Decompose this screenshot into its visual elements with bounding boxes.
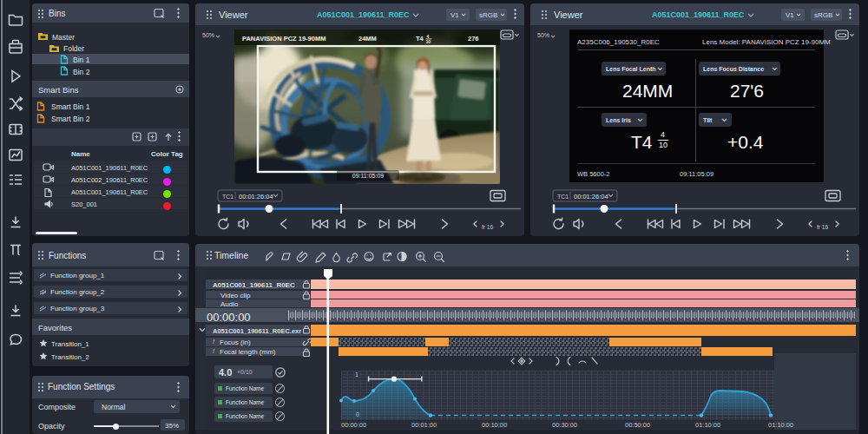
svg-text:276: 276 xyxy=(468,35,479,43)
svg-text:00:01:26:04: 00:01:26:04 xyxy=(574,193,608,201)
svg-text:09:11:05:09: 09:11:05:09 xyxy=(352,173,385,179)
svg-text:TC1: TC1 xyxy=(222,194,233,200)
svg-text:PANAVISION PCZ 19-90MM: PANAVISION PCZ 19-90MM xyxy=(242,35,326,43)
svg-text:TC1: TC1 xyxy=(557,194,569,200)
svg-text:0: 0 xyxy=(356,411,359,418)
svg-text:T4: T4 xyxy=(416,35,424,43)
svg-text:fr 16: fr 16 xyxy=(482,224,493,230)
svg-text:4: 4 xyxy=(427,34,430,39)
svg-text:10: 10 xyxy=(426,39,431,44)
svg-text:00:01:26:04: 00:01:26:04 xyxy=(239,193,273,201)
svg-text:24MM: 24MM xyxy=(358,35,377,43)
svg-text:fr 16: fr 16 xyxy=(817,224,828,230)
svg-text:1: 1 xyxy=(355,372,358,378)
